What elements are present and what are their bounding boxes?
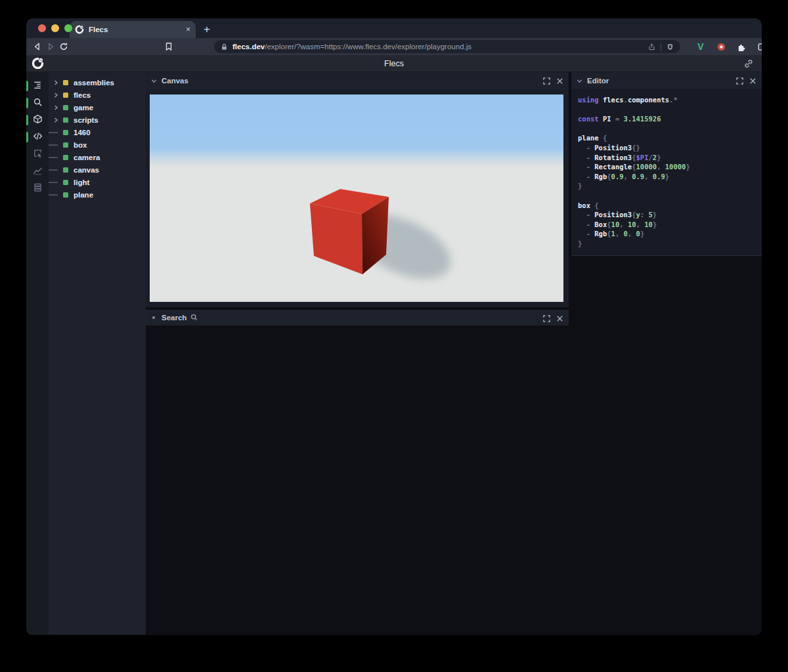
leaf-dash [49, 144, 58, 146]
tree-item-camera[interactable]: camera [49, 151, 146, 163]
tree-item-flecs[interactable]: flecs [49, 89, 146, 101]
close-panel-icon[interactable] [556, 77, 563, 85]
tree-item-light[interactable]: light [49, 176, 146, 188]
vue-devtools-icon[interactable]: V [693, 39, 708, 54]
entity-label: box [74, 141, 87, 149]
bookmark-icon[interactable] [164, 39, 173, 54]
entity-tree-panel: assembliesflecsgamescripts1460boxcamerac… [49, 72, 146, 635]
canvas-panel-header[interactable]: Canvas [146, 72, 569, 89]
sidebar-toggle-icon[interactable] [755, 39, 762, 54]
leaf-dash [49, 182, 58, 183]
code-line: - Rgb{0.9, 0.9, 0.9} [578, 172, 762, 182]
close-window-button[interactable] [38, 24, 46, 32]
canvas-panel-title: Canvas [162, 77, 188, 85]
new-tab-button[interactable]: + [204, 23, 210, 36]
left-icon-rail [26, 72, 49, 635]
back-icon[interactable] [33, 39, 42, 54]
script-editor[interactable]: using flecs.components.* const PI = 3.14… [571, 89, 762, 256]
entity-color-square [63, 130, 68, 135]
expand-chevron-icon[interactable] [49, 105, 63, 110]
leaf-dash [49, 169, 58, 171]
empty-area [146, 326, 569, 635]
desktop: Flecs × + flecs.dev/explorer/?wasm=https… [0, 0, 788, 672]
browser-toolbar: flecs.dev/explorer/?wasm=https://www.fle… [26, 38, 762, 55]
rail-item-query[interactable] [26, 94, 49, 112]
reload-icon[interactable] [59, 39, 68, 54]
code-line: - Position3{} [578, 143, 762, 153]
entity-label: canvas [74, 166, 99, 174]
app-header: Flecs [26, 55, 762, 72]
tree-item-canvas[interactable]: canvas [49, 163, 146, 176]
extension-red-icon[interactable] [714, 39, 728, 54]
collapse-chevron-icon[interactable] [146, 78, 162, 84]
search-panel-title: Search [162, 314, 186, 322]
url-host: flecs.dev [232, 43, 265, 51]
code-line: plane { [578, 133, 762, 143]
code-line: - Rectangle{10000, 10000} [578, 162, 762, 172]
tree-item-assemblies[interactable]: assemblies [49, 76, 146, 89]
app-content: assembliesflecsgamescripts1460boxcamerac… [26, 72, 762, 635]
code-line: - Rgb{1, 0, 0} [578, 229, 762, 239]
share-link-icon[interactable] [743, 58, 754, 69]
rail-item-world-info[interactable] [26, 180, 49, 197]
search-icon [190, 314, 198, 322]
entity-color-square [63, 80, 68, 85]
collapse-chevron-icon[interactable] [571, 78, 587, 84]
share-icon[interactable] [648, 43, 655, 51]
forward-icon[interactable] [46, 39, 55, 54]
tab-close-icon[interactable]: × [186, 25, 190, 34]
code-line: } [578, 181, 762, 191]
empty-area [571, 256, 762, 635]
tree-item-1460[interactable]: 1460 [49, 126, 146, 138]
brave-shield-icon[interactable] [667, 43, 674, 51]
scene-icon [33, 114, 43, 127]
code-line [578, 105, 762, 115]
entity-label: scripts [74, 116, 98, 124]
divider: | [660, 42, 662, 51]
entity-color-square [63, 155, 68, 160]
3d-viewport[interactable] [150, 94, 563, 302]
zoom-window-button[interactable] [64, 24, 72, 32]
tab-title: Flecs [89, 26, 181, 33]
fullscreen-icon[interactable] [543, 77, 550, 85]
page-title: Flecs [26, 59, 762, 68]
expand-chevron-icon[interactable] [49, 93, 63, 98]
address-bar[interactable]: flecs.dev/explorer/?wasm=https://www.fle… [214, 40, 680, 53]
collapsed-dot-icon[interactable] [146, 316, 162, 319]
editor-panel-header[interactable]: Editor [571, 72, 762, 89]
minimize-window-button[interactable] [51, 24, 59, 32]
code-line: - Rotation3{$PI/2} [578, 153, 762, 163]
url-path: /explorer/?wasm=https://www.flecs.dev/ex… [265, 43, 471, 51]
tree-item-game[interactable]: game [49, 101, 146, 114]
tree-item-box[interactable]: box [49, 138, 146, 151]
leaf-dash [49, 157, 58, 158]
code-line [578, 124, 762, 134]
entity-color-square [63, 180, 68, 185]
entity-label: assemblies [74, 79, 114, 87]
fullscreen-icon[interactable] [543, 315, 550, 322]
extensions-puzzle-icon[interactable] [734, 39, 749, 54]
rail-item-statistics[interactable] [26, 163, 49, 180]
browser-tab[interactable]: Flecs × [70, 21, 196, 38]
sky [150, 94, 563, 167]
search-panel-header[interactable]: Search [146, 310, 569, 326]
rail-item-scene[interactable] [26, 112, 49, 129]
code-line: - Box{10, 10, 10} [578, 220, 762, 230]
rail-item-script-editor[interactable] [26, 129, 49, 146]
tree-item-plane[interactable]: plane [49, 188, 146, 201]
rail-item-inspector[interactable] [26, 146, 49, 163]
entity-color-square [63, 192, 68, 198]
expand-chevron-icon[interactable] [49, 117, 63, 123]
close-panel-icon[interactable] [749, 77, 756, 85]
rail-item-entity-tree[interactable] [26, 77, 49, 94]
fullscreen-icon[interactable] [736, 77, 743, 85]
code-line: using flecs.components.* [578, 95, 762, 105]
entity-label: camera [74, 154, 100, 161]
expand-chevron-icon[interactable] [49, 80, 63, 85]
code-line: box { [578, 201, 762, 211]
canvas-panel: Canvas [146, 72, 569, 307]
code-line: } [578, 239, 762, 249]
url-text: flecs.dev/explorer/?wasm=https://www.fle… [232, 43, 644, 51]
close-panel-icon[interactable] [556, 315, 563, 322]
tree-item-scripts[interactable]: scripts [49, 114, 146, 126]
